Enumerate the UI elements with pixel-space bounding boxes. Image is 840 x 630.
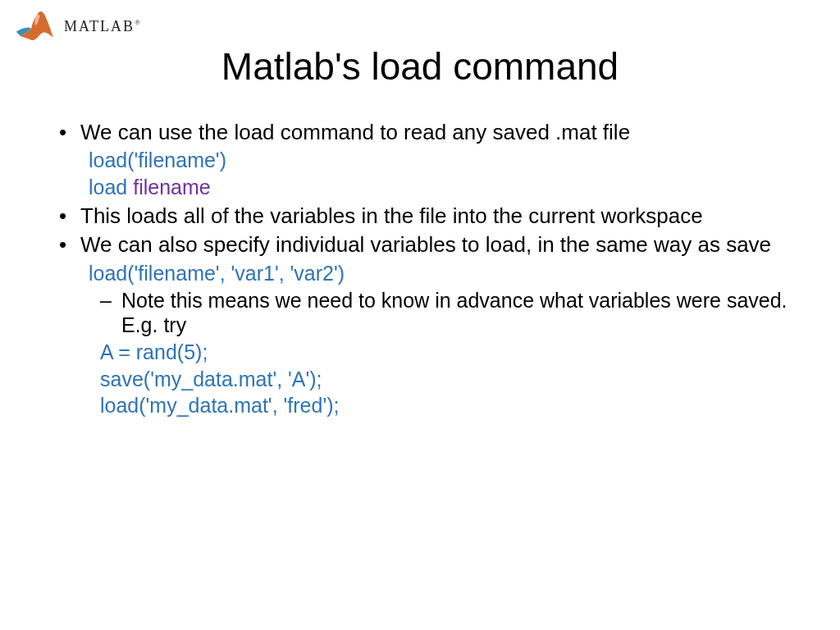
bullet-3: We can also specify individual variables… bbox=[59, 232, 791, 418]
bullet-3-text: We can also specify individual variables… bbox=[80, 232, 771, 257]
matlab-wave-icon bbox=[15, 8, 59, 45]
bullet-1: We can use the load command to read any … bbox=[59, 120, 791, 200]
matlab-wordmark: MATLAB® bbox=[64, 18, 142, 35]
code-save: save('my_data.mat', 'A'); bbox=[100, 366, 791, 393]
bullet-2-text: This loads all of the variables in the f… bbox=[80, 203, 703, 228]
code-rand: A = rand(5); bbox=[100, 339, 791, 366]
bullet-2: This loads all of the variables in the f… bbox=[59, 203, 791, 229]
code-load-cmd: load filename bbox=[89, 174, 791, 201]
sub-note: Note this means we need to know in advan… bbox=[100, 288, 791, 337]
code-load-func: load('filename') bbox=[89, 147, 791, 174]
matlab-logo: MATLAB® bbox=[15, 8, 142, 45]
slide-body: We can use the load command to read any … bbox=[59, 120, 791, 419]
bullet-1-text: We can use the load command to read any … bbox=[80, 120, 630, 144]
sub-note-text: Note this means we need to know in advan… bbox=[121, 289, 788, 336]
code-load-vars: load('filename', 'var1', 'var2') bbox=[89, 260, 791, 287]
code-load-fred: load('my_data.mat', 'fred'); bbox=[100, 392, 791, 419]
slide-title: Matlab's load command bbox=[0, 44, 840, 89]
